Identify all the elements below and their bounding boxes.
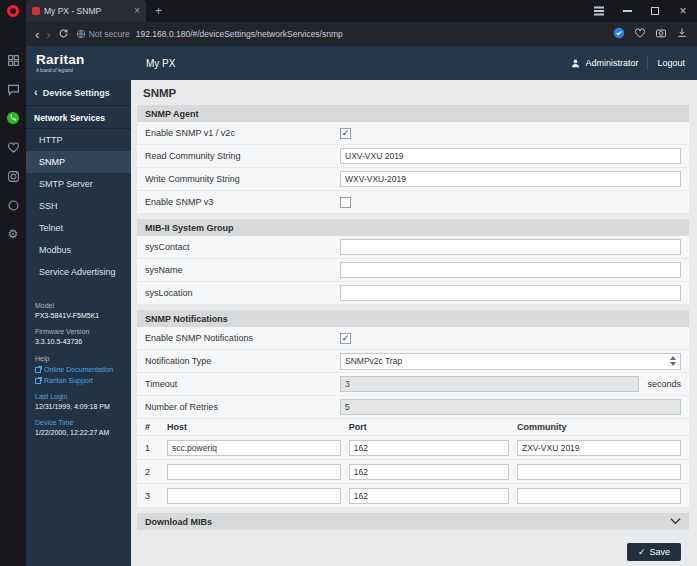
syslocation-input[interactable]	[340, 285, 681, 301]
site-security-badge[interactable]: Not secure	[76, 29, 130, 39]
back-to-device-settings[interactable]: ‹ Device Settings	[26, 80, 131, 106]
header-divider	[647, 56, 648, 70]
address-bar: ‹ › Not secure 192.168.0.180/#/deviceSet…	[26, 22, 697, 46]
firmware-value: 3.3.10.5-43736	[35, 337, 122, 347]
online-documentation-link[interactable]: Online Documentation	[35, 365, 122, 375]
sidebar-item-smtp-server[interactable]: SMTP Server	[26, 173, 131, 195]
opera-logo-icon	[7, 5, 19, 17]
port-input-3[interactable]	[349, 488, 509, 504]
select-spinner-icon	[670, 356, 676, 366]
forward-icon[interactable]: ›	[46, 28, 50, 41]
model-value: PX3-5841V-F5M5K1	[35, 311, 122, 321]
mib-system-group-header: MIB-II System Group	[137, 219, 689, 236]
back-icon[interactable]: ‹	[35, 28, 39, 41]
port-input-1[interactable]	[349, 440, 509, 456]
community-input-1[interactable]	[517, 440, 681, 456]
read-community-input[interactable]	[340, 148, 681, 164]
community-input-3[interactable]	[517, 488, 681, 504]
destinations-table-header: # Host Port Community	[137, 419, 689, 436]
sidebar-item-http[interactable]: HTTP	[26, 129, 131, 151]
tab-close-icon[interactable]: ×	[134, 6, 140, 16]
device-time-label: Device Time	[35, 418, 122, 428]
save-button[interactable]: ✓ Save	[627, 543, 681, 561]
syslocation-label: sysLocation	[145, 288, 340, 298]
check-icon: ✓	[342, 129, 350, 138]
download-mibs-section: Download MIBs	[137, 513, 689, 530]
opera-menu-button[interactable]	[0, 0, 26, 22]
enable-notifications-checkbox[interactable]: ✓	[340, 333, 351, 344]
community-input-2[interactable]	[517, 464, 681, 480]
browser-titlebar: My PX - SNMP × + ×	[26, 0, 697, 22]
port-input-2[interactable]	[349, 464, 509, 480]
user-menu[interactable]: Administrator	[570, 58, 638, 69]
browser-window: ⚙ My PX - SNMP × + × ‹ ›	[0, 0, 697, 566]
destination-row-2: 2	[137, 460, 689, 484]
new-tab-button[interactable]: +	[155, 4, 162, 18]
sidebar-item-ssh[interactable]: SSH	[26, 195, 131, 217]
host-input-3[interactable]	[167, 488, 341, 504]
downloads-icon[interactable]	[676, 25, 688, 43]
enable-snmp-v3-label: Enable SNMP v3	[145, 197, 340, 207]
host-input-2[interactable]	[167, 464, 341, 480]
chevron-left-icon: ‹	[34, 87, 38, 98]
browser-tab[interactable]: My PX - SNMP ×	[26, 0, 146, 22]
timeout-unit: seconds	[647, 379, 681, 389]
reload-icon[interactable]	[58, 25, 69, 43]
shield-check-icon[interactable]	[613, 25, 625, 43]
enable-snmp-v3-checkbox[interactable]: ✓	[340, 197, 351, 208]
sidebar-item-modbus[interactable]: Modbus	[26, 239, 131, 261]
messenger-icon[interactable]	[5, 81, 21, 97]
url-field[interactable]: Not secure 192.168.0.180/#/deviceSetting…	[76, 29, 606, 39]
notification-type-label: Notification Type	[145, 356, 340, 366]
download-mibs-header[interactable]: Download MIBs	[137, 513, 689, 530]
notification-type-select[interactable]: SNMPv2c Trap	[340, 353, 681, 370]
enable-notifications-label: Enable SNMP Notifications	[145, 333, 340, 343]
sidebar-item-telnet[interactable]: Telnet	[26, 217, 131, 239]
security-label: Not secure	[89, 29, 130, 39]
whatsapp-icon[interactable]	[5, 110, 21, 126]
logout-button[interactable]: Logout	[657, 58, 685, 68]
maximize-button[interactable]	[641, 0, 669, 22]
opera-side-rail: ⚙	[0, 0, 26, 566]
settings-gear-icon[interactable]: ⚙	[5, 226, 21, 242]
close-button[interactable]: ×	[669, 0, 697, 22]
speed-dial-icon[interactable]	[5, 52, 21, 68]
app-header: Raritan A brand of legrand My PX Adminis…	[26, 46, 697, 80]
syscontact-input[interactable]	[340, 239, 681, 255]
raritan-logo[interactable]: Raritan A brand of legrand	[26, 53, 131, 73]
syscontact-label: sysContact	[145, 242, 340, 252]
my-flow-icon[interactable]	[5, 197, 21, 213]
logo-tagline: A brand of legrand	[36, 68, 131, 73]
firmware-label: Firmware Version	[35, 327, 122, 337]
enable-snmp-v1v2-checkbox[interactable]: ✓	[340, 128, 351, 139]
snmp-agent-section: SNMP Agent Enable SNMP v1 / v2c ✓ Read C…	[137, 105, 689, 214]
sidebar-section-network-services: Network Services	[26, 106, 131, 129]
snapshot-camera-icon[interactable]	[655, 25, 667, 43]
chevron-down-icon	[670, 517, 681, 527]
save-to-bookmarks-heart-icon[interactable]	[634, 25, 646, 43]
external-link-icon	[35, 367, 41, 373]
sidebar-item-snmp[interactable]: SNMP	[26, 151, 131, 173]
sidebar-item-service-advertising[interactable]: Service Advertising	[26, 261, 131, 283]
snmp-settings-page: SNMP SNMP Agent Enable SNMP v1 / v2c ✓	[131, 80, 697, 566]
instagram-icon[interactable]	[5, 168, 21, 184]
retries-input[interactable]	[340, 399, 681, 415]
timeout-label: Timeout	[145, 379, 340, 389]
model-label: Model	[35, 301, 122, 311]
raritan-support-link[interactable]: Raritan Support	[35, 376, 122, 386]
bookmarks-heart-icon[interactable]	[5, 139, 21, 155]
last-login-value: 12/31/1999, 4:09:18 PM	[35, 402, 122, 412]
minimize-button[interactable]	[613, 0, 641, 22]
retries-label: Number of Retries	[145, 402, 340, 412]
settings-sidebar: ‹ Device Settings Network Services HTTP …	[26, 80, 131, 566]
sysname-input[interactable]	[340, 262, 681, 278]
write-community-input[interactable]	[340, 171, 681, 187]
device-info-block: Model PX3-5841V-F5M5K1 Firmware Version …	[26, 301, 131, 445]
timeout-input[interactable]	[340, 376, 639, 392]
write-community-label: Write Community String	[145, 174, 340, 184]
read-community-label: Read Community String	[145, 151, 340, 161]
external-link-icon	[35, 378, 41, 384]
host-input-1[interactable]	[167, 440, 341, 456]
tab-menu-icon[interactable]	[585, 0, 613, 22]
check-icon: ✓	[638, 547, 646, 557]
